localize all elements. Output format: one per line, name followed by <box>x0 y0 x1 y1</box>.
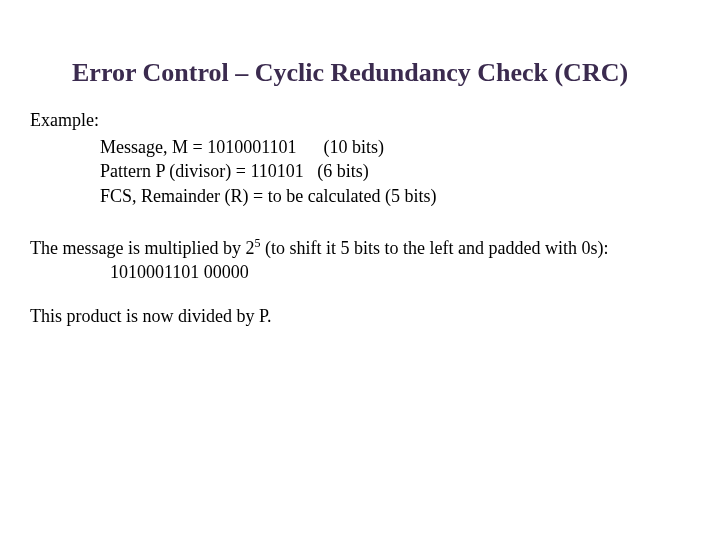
shifted-value: 1010001101 00000 <box>110 260 249 284</box>
example-line-pattern: Pattern P (divisor) = 110101 (6 bits) <box>100 159 690 183</box>
multiply-text-a: The message is multiplied by 2 <box>30 238 254 258</box>
slide: Error Control – Cyclic Redundancy Check … <box>0 0 720 540</box>
example-line-fcs: FCS, Remainder (R) = to be calculated (5… <box>100 184 690 208</box>
multiply-paragraph: The message is multiplied by 25 (to shif… <box>30 236 690 285</box>
example-lines: Message, M = 1010001101 (10 bits) Patter… <box>100 135 690 208</box>
divide-paragraph: This product is now divided by P. <box>30 306 690 327</box>
example-label: Example: <box>30 110 690 131</box>
example-line-message: Message, M = 1010001101 (10 bits) <box>100 135 690 159</box>
multiply-text-b: (to shift it 5 bits to the left and padd… <box>260 238 608 258</box>
slide-title: Error Control – Cyclic Redundancy Check … <box>72 58 690 88</box>
